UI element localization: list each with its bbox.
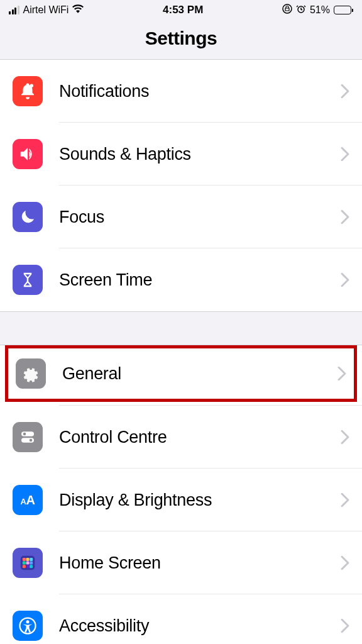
settings-item-screen-time[interactable]: Screen Time [0, 248, 362, 311]
svg-rect-8 [23, 558, 26, 561]
svg-point-6 [30, 439, 33, 442]
chevron-right-icon [341, 556, 349, 570]
orientation-lock-icon [282, 4, 292, 16]
app-grid-icon [13, 548, 43, 578]
svg-point-2 [30, 84, 34, 88]
page-title: Settings [0, 28, 362, 49]
status-bar: Airtel WiFi 4:53 PM 51% [0, 0, 362, 19]
chevron-right-icon [341, 493, 349, 507]
settings-item-accessibility[interactable]: Accessibility [0, 594, 362, 644]
svg-rect-12 [26, 562, 30, 565]
svg-rect-13 [30, 562, 33, 565]
chevron-right-icon [341, 273, 349, 287]
settings-section-1: Notifications Sounds & Haptics Focus Scr… [0, 60, 362, 311]
gear-icon [16, 358, 46, 389]
signal-icon [9, 6, 19, 14]
status-right: 51% [282, 4, 353, 16]
item-label: Accessibility [59, 616, 341, 636]
settings-item-general[interactable]: General [8, 348, 354, 399]
chevron-right-icon [341, 430, 349, 444]
settings-item-display[interactable]: AA Display & Brightness [0, 469, 362, 531]
svg-rect-14 [23, 565, 26, 568]
carrier-label: Airtel WiFi [23, 4, 69, 16]
item-label: Notifications [59, 82, 341, 101]
settings-item-home-screen[interactable]: Home Screen [0, 531, 362, 594]
settings-item-focus[interactable]: Focus [0, 186, 362, 248]
item-label: General [62, 364, 337, 384]
chevron-right-icon [341, 147, 349, 161]
text-size-icon: AA [13, 485, 43, 515]
item-label: Home Screen [59, 553, 341, 573]
svg-point-4 [23, 433, 26, 436]
item-label: Control Centre [59, 428, 341, 447]
settings-section-2: General Control Centre AA Display & Brig… [0, 345, 362, 644]
wifi-icon [72, 4, 84, 16]
battery-percent: 51% [310, 4, 330, 16]
svg-rect-10 [30, 558, 33, 561]
highlight-general: General [5, 345, 357, 402]
bell-icon [13, 76, 43, 106]
status-left: Airtel WiFi [9, 4, 84, 16]
item-label: Display & Brightness [59, 491, 341, 510]
svg-rect-16 [30, 565, 33, 568]
settings-item-notifications[interactable]: Notifications [0, 60, 362, 123]
toggles-icon [13, 422, 43, 452]
clock: 4:53 PM [163, 4, 203, 16]
item-label: Screen Time [59, 270, 341, 290]
svg-point-18 [26, 620, 30, 623]
chevron-right-icon [341, 619, 349, 633]
svg-rect-9 [26, 558, 30, 561]
chevron-right-icon [341, 84, 349, 98]
section-spacer [0, 311, 362, 345]
chevron-right-icon [341, 210, 349, 224]
item-label: Sounds & Haptics [59, 145, 341, 164]
item-label: Focus [59, 208, 341, 227]
svg-rect-15 [26, 565, 30, 568]
page-header: Settings [0, 19, 362, 60]
settings-item-control-centre[interactable]: Control Centre [0, 406, 362, 469]
speaker-icon [13, 139, 43, 169]
chevron-right-icon [337, 367, 346, 380]
battery-icon [334, 6, 353, 14]
hourglass-icon [13, 265, 43, 295]
alarm-icon [296, 4, 306, 16]
moon-icon [13, 202, 43, 232]
accessibility-icon [13, 611, 43, 641]
svg-rect-11 [23, 562, 26, 565]
settings-item-sounds[interactable]: Sounds & Haptics [0, 123, 362, 186]
